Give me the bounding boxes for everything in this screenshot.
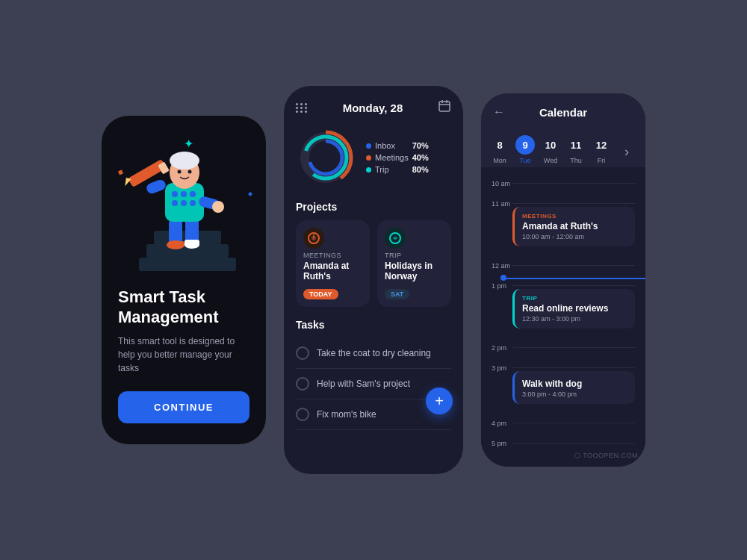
- onboarding-content: Smart Task Management This smart tool is…: [118, 287, 249, 423]
- current-time-line: [505, 278, 645, 279]
- svg-point-12: [190, 191, 196, 197]
- task-checkbox-2[interactable]: [296, 377, 309, 391]
- time-slot-11am: 11 am MEETINGS Amanda at Ruth's 10:00 am…: [492, 193, 635, 252]
- event-trip[interactable]: TRIP Read online reviews 12:30 am - 3:00…: [512, 289, 635, 329]
- day-10[interactable]: 10 Wed: [539, 135, 562, 164]
- task-checkbox-1[interactable]: [296, 346, 309, 360]
- svg-rect-8: [185, 240, 199, 246]
- time-slot-2pm: 2 pm: [492, 337, 635, 358]
- svg-point-18: [212, 201, 224, 213]
- illustration-area: ✦ ◆ ◆: [102, 116, 266, 310]
- svg-point-11: [181, 191, 187, 197]
- time-slot-12am: 12 am: [492, 255, 635, 276]
- onboarding-title: Smart Task Management: [118, 287, 249, 327]
- event-walk[interactable]: Walk with dog 3:00 pm - 4:00 pm: [512, 371, 635, 404]
- current-time-dot: [500, 275, 506, 281]
- trip-icon: [385, 228, 406, 249]
- project-card-meetings[interactable]: MEETINGS Amanda at Ruth's TODAY: [296, 220, 370, 307]
- onboarding-screen: ✦ ◆ ◆: [102, 116, 266, 444]
- current-date: Monday, 28: [343, 102, 403, 114]
- chart-section: Inbox 70% Meetings 40% Trip 80%: [296, 128, 451, 187]
- days-row: 8 Mon 9 Tue 10 Wed 11 Thu 12 Fri ›: [481, 128, 645, 167]
- svg-rect-16: [145, 178, 167, 195]
- grid-menu-icon[interactable]: [296, 103, 308, 113]
- task-checkbox-3[interactable]: [296, 408, 309, 421]
- day-8[interactable]: 8 Mon: [489, 135, 511, 164]
- calendar-screen: ← Calendar 8 Mon 9 Tue 10 Wed 11 Thu 12 …: [481, 93, 645, 467]
- svg-point-25: [188, 170, 192, 174]
- day-9[interactable]: 9 Tue: [514, 135, 536, 164]
- time-slot-4pm: 4 pm: [492, 413, 635, 433]
- add-task-fab[interactable]: +: [426, 388, 453, 414]
- time-slot-10am: 10 am: [492, 173, 635, 193]
- svg-point-13: [172, 200, 178, 206]
- watermark: ⬡ TOOOPEN.COM: [574, 452, 638, 459]
- svg-point-10: [172, 191, 178, 197]
- svg-point-24: [178, 170, 182, 174]
- legend-inbox: Inbox 70%: [366, 141, 429, 150]
- calendar-header: ← Calendar: [481, 93, 645, 128]
- project-card-trip[interactable]: TRIP Holidays in Norway SAT: [377, 220, 451, 307]
- projects-row: MEETINGS Amanda at Ruth's TODAY TRIP Hol…: [296, 220, 451, 307]
- svg-point-23: [170, 152, 199, 169]
- svg-rect-0: [139, 258, 236, 271]
- legend-trip: Trip 80%: [366, 165, 429, 174]
- svg-point-15: [190, 200, 196, 206]
- back-button[interactable]: ←: [493, 105, 505, 119]
- donut-chart: [296, 128, 356, 187]
- task-item-1[interactable]: Take the coat to dry cleaning: [296, 338, 451, 369]
- svg-rect-7: [168, 241, 185, 247]
- svg-point-14: [181, 200, 187, 206]
- calendar-title: Calendar: [539, 106, 587, 119]
- svg-point-33: [309, 141, 342, 174]
- time-slot-5pm: 5 pm: [492, 433, 635, 453]
- event-meetings[interactable]: MEETINGS Amanda at Ruth's 10:00 am - 12:…: [512, 207, 635, 246]
- tasks-section-title: Tasks: [296, 319, 451, 331]
- projects-section-title: Projects: [296, 201, 451, 213]
- chart-legend: Inbox 70% Meetings 40% Trip 80%: [366, 141, 429, 174]
- continue-button[interactable]: CONTINUE: [118, 391, 249, 423]
- svg-rect-26: [439, 102, 450, 111]
- calendar-icon[interactable]: [438, 99, 451, 116]
- task-manager-screen: Monday, 28: [284, 86, 463, 474]
- time-slot-3pm: 3 pm Walk with dog 3:00 pm - 4:00 pm: [492, 358, 635, 410]
- time-slot-1pm: 1 pm TRIP Read online reviews 12:30 am -…: [492, 276, 635, 335]
- task-header: Monday, 28: [296, 99, 451, 116]
- calendar-timeline: 10 am 11 am MEETINGS Amanda at Ruth's 10…: [481, 167, 645, 467]
- day-12[interactable]: 12 Fri: [590, 135, 613, 164]
- onboarding-subtitle: This smart tool is designed to help you …: [118, 335, 249, 375]
- sparkle-blue-icon: ◆: [248, 190, 252, 197]
- legend-meetings: Meetings 40%: [366, 153, 429, 162]
- meetings-icon: [303, 228, 324, 249]
- day-11[interactable]: 11 Thu: [565, 135, 587, 164]
- day-more: ›: [616, 135, 638, 164]
- hero-illustration: [124, 123, 244, 295]
